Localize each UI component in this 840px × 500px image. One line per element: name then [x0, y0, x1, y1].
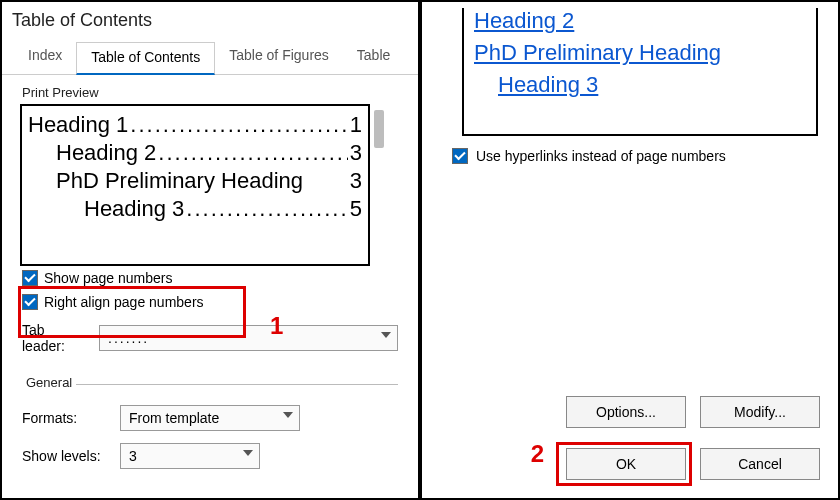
preview-leader: ........................	[158, 140, 347, 166]
show-page-numbers-label: Show page numbers	[44, 270, 172, 286]
formats-value: From template	[129, 410, 219, 426]
scrollbar-thumb[interactable]	[374, 110, 384, 148]
right-align-label: Right align page numbers	[44, 294, 204, 310]
preview-heading-label: PhD Preliminary Heading	[56, 168, 303, 194]
show-levels-label: Show levels:	[22, 448, 112, 464]
cancel-button[interactable]: Cancel	[700, 448, 820, 480]
ok-button[interactable]: OK	[566, 448, 686, 480]
print-preview-label: Print Preview	[2, 75, 418, 104]
formats-row: Formats: From template	[2, 401, 418, 435]
options-button[interactable]: Options...	[566, 396, 686, 428]
preview-heading-label: Heading 2	[56, 140, 156, 166]
preview-page-num: 3	[350, 140, 362, 166]
right-align-checkbox[interactable]	[22, 294, 38, 310]
general-group-label: General	[22, 375, 76, 390]
preview-page-num: 1	[350, 112, 362, 138]
preview-row: Heading 1 ..............................…	[28, 112, 362, 138]
show-page-numbers-row: Show page numbers	[2, 266, 418, 290]
tab-strip: Index Table of Contents Table of Figures…	[2, 41, 418, 75]
tab-leader-value: .......	[108, 330, 149, 346]
web-preview-box: Heading 2 PhD Preliminary Heading Headin…	[462, 8, 818, 136]
show-levels-spinner[interactable]: 3	[120, 443, 260, 469]
tab-table-of-figures[interactable]: Table of Figures	[215, 41, 343, 74]
ok-cancel-row: OK Cancel	[566, 448, 820, 480]
use-hyperlinks-label: Use hyperlinks instead of page numbers	[476, 148, 726, 164]
chevron-down-icon	[381, 332, 391, 338]
show-page-numbers-checkbox[interactable]	[22, 270, 38, 286]
tab-leader-combo[interactable]: .......	[99, 325, 398, 351]
dialog-title: Table of Contents	[2, 2, 418, 35]
tab-leader-row: Tab leader: .......	[2, 318, 418, 358]
use-hyperlinks-row: Use hyperlinks instead of page numbers	[452, 148, 818, 164]
preview-heading-label: Heading 3	[84, 196, 184, 222]
print-preview-box: Heading 1 ..............................…	[20, 104, 370, 266]
tab-leader-label: Tab leader:	[22, 322, 91, 354]
annotation-callout-2: 2	[531, 440, 544, 468]
web-preview-link[interactable]: Heading 3	[474, 72, 806, 98]
formats-combo[interactable]: From template	[120, 405, 300, 431]
preview-page-num: 5	[350, 196, 362, 222]
chevron-down-icon	[283, 412, 293, 418]
preview-row: PhD Preliminary Heading 3	[28, 168, 362, 194]
show-levels-value: 3	[129, 448, 137, 464]
preview-leader: .................................	[130, 112, 347, 138]
modify-button[interactable]: Modify...	[700, 396, 820, 428]
preview-heading-label: Heading 1	[28, 112, 128, 138]
annotation-callout-1: 1	[270, 312, 283, 340]
general-group-divider: General	[22, 384, 398, 385]
preview-page-num: 3	[350, 168, 362, 194]
web-preview-link[interactable]: PhD Preliminary Heading	[474, 40, 806, 66]
chevron-down-icon	[243, 450, 253, 456]
preview-row: Heading 2 ........................ 3	[28, 140, 362, 166]
preview-leader: .....................	[186, 196, 347, 222]
toc-dialog-left: Table of Contents Index Table of Content…	[0, 0, 420, 500]
tab-table-of-contents[interactable]: Table of Contents	[76, 42, 215, 75]
tab-table-extra[interactable]: Table	[343, 41, 404, 74]
toc-dialog-right: Heading 2 PhD Preliminary Heading Headin…	[420, 0, 840, 500]
print-preview-wrap: Heading 1 ..............................…	[20, 104, 400, 266]
use-hyperlinks-checkbox[interactable]	[452, 148, 468, 164]
formats-label: Formats:	[22, 410, 112, 426]
preview-row: Heading 3 ..................... 5	[28, 196, 362, 222]
tab-index[interactable]: Index	[14, 41, 76, 74]
options-modify-row: Options... Modify...	[566, 396, 820, 428]
show-levels-row: Show levels: 3	[2, 439, 418, 473]
web-preview-link[interactable]: Heading 2	[474, 8, 806, 34]
right-align-row: Right align page numbers	[2, 290, 418, 314]
